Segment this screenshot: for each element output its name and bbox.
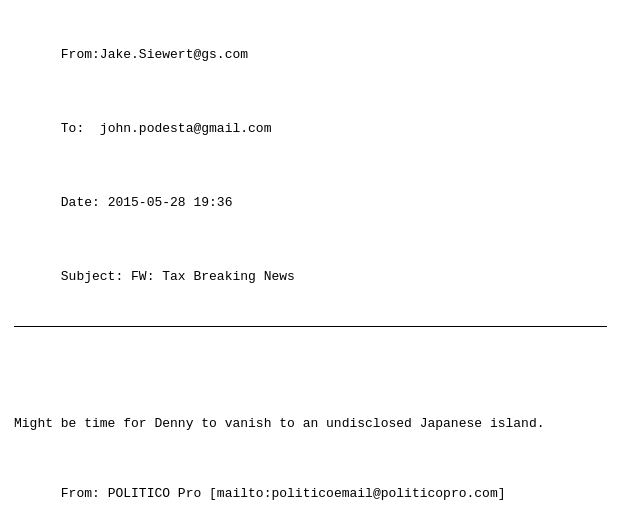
email-container: From:Jake.Siewert@gs.com To: john.podest…: [0, 0, 621, 529]
subject-value: FW: Tax Breaking News: [123, 269, 295, 284]
subject-line: Subject: FW: Tax Breaking News: [14, 240, 607, 314]
from-line: From:Jake.Siewert@gs.com: [14, 18, 607, 92]
date-value: 2015-05-28 19:36: [100, 195, 233, 210]
header-divider: [14, 326, 607, 327]
to-line: To: john.podesta@gmail.com: [14, 92, 607, 166]
fwd-from-label: From:: [61, 486, 100, 501]
fwd-from-value: POLITICO Pro [mailto:politicoemail@polit…: [100, 486, 506, 501]
date-line: Date: 2015-05-28 19:36: [14, 166, 607, 240]
forwarded-header: From: POLITICO Pro [mailto:politicoemail…: [14, 447, 607, 529]
email-header: From:Jake.Siewert@gs.com To: john.podest…: [14, 10, 607, 318]
date-label: Date:: [61, 195, 100, 210]
to-label: To:: [61, 121, 84, 136]
email-body: Might be time for Denny to vanish to an …: [14, 333, 607, 447]
fwd-from-line: From: POLITICO Pro [mailto:politicoemail…: [14, 457, 607, 529]
body-text: Might be time for Denny to vanish to an …: [14, 413, 607, 435]
subject-label: Subject:: [61, 269, 123, 284]
from-label: From:: [61, 47, 100, 62]
to-value: john.podesta@gmail.com: [84, 121, 271, 136]
from-value: Jake.Siewert@gs.com: [100, 47, 248, 62]
